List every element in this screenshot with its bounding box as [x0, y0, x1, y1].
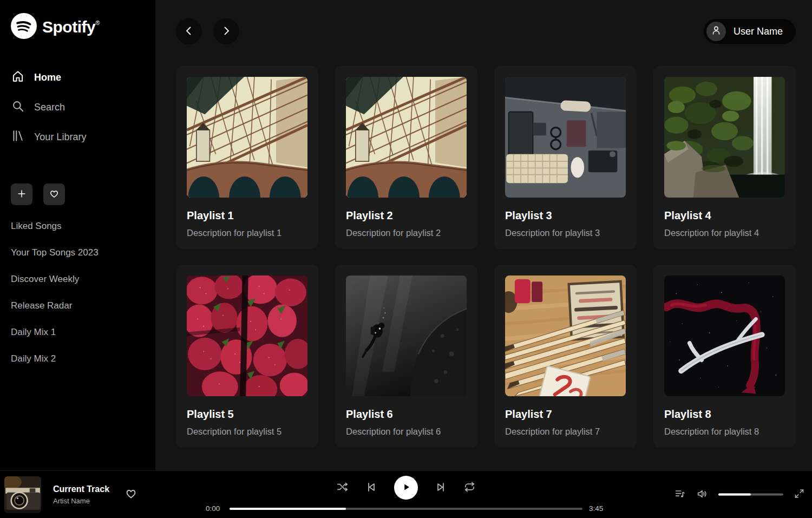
sidebar-item-home[interactable]: Home [11, 63, 147, 93]
heart-icon [125, 487, 137, 502]
previous-track-button[interactable] [365, 481, 378, 495]
sidebar-item-label: Home [34, 72, 61, 83]
playlist-cover-art [187, 276, 307, 396]
current-track-title: Current Track [53, 484, 109, 494]
sidebar-playlist-link[interactable]: Discover Weekly [11, 266, 147, 292]
home-icon [11, 69, 25, 86]
playlist-cover-art [187, 77, 307, 198]
chevron-right-icon [220, 24, 233, 39]
player-right-controls [674, 488, 805, 501]
playlist-description: Description for playlist 5 [187, 427, 307, 437]
user-name: User Name [734, 26, 783, 37]
playlist-description: Description for playlist 7 [505, 427, 626, 437]
shuffle-icon [336, 481, 349, 495]
playlist-description: Description for playlist 2 [346, 228, 467, 238]
fullscreen-button[interactable] [794, 488, 805, 501]
sidebar-item-label: Your Library [34, 132, 86, 143]
repeat-icon [463, 481, 476, 495]
playlist-description: Description for playlist 3 [505, 228, 626, 238]
playlist-grid: Playlist 1 Description for playlist 1 [176, 66, 796, 448]
playlist-title: Playlist 6 [346, 408, 467, 421]
forward-button[interactable] [213, 18, 239, 44]
skip-back-icon [365, 481, 378, 495]
like-track-button[interactable] [125, 487, 137, 502]
library-icon [11, 129, 25, 146]
heart-icon [49, 188, 60, 201]
playlist-title: Playlist 5 [187, 408, 307, 421]
history-navigation [176, 18, 239, 44]
playlist-cover-art [346, 276, 467, 396]
playlist-card-6[interactable]: Playlist 6 Description for playlist 6 [335, 265, 477, 448]
skip-forward-icon [434, 481, 447, 495]
seek-bar[interactable] [230, 508, 582, 510]
sidebar-playlist-link[interactable]: Daily Mix 2 [11, 345, 147, 372]
volume-icon [696, 488, 708, 501]
plus-icon [16, 188, 27, 201]
fullscreen-icon [794, 488, 805, 501]
sidebar-item-your-library[interactable]: Your Library [11, 122, 147, 152]
shuffle-button[interactable] [336, 481, 349, 495]
sidebar-nav: Home Search Your Library [11, 63, 147, 152]
playlist-description: Description for playlist 8 [664, 427, 785, 437]
playlist-title: Playlist 7 [505, 408, 626, 421]
playlist-card-5[interactable]: Playlist 5 Description for playlist 5 [176, 265, 318, 448]
repeat-button[interactable] [463, 481, 476, 495]
avatar [706, 22, 726, 41]
playlist-title: Playlist 3 [505, 209, 626, 222]
liked-songs-button[interactable] [43, 183, 65, 205]
playlist-cover-art [505, 276, 626, 396]
app-window: Spotify® Home Search [0, 0, 812, 470]
sidebar-item-label: Search [34, 102, 65, 113]
play-icon [400, 481, 412, 495]
sidebar-item-search[interactable]: Search [11, 93, 147, 122]
sidebar-playlist-link[interactable]: Release Radar [11, 292, 147, 319]
sidebar-playlist-link[interactable]: Your Top Songs 2023 [11, 239, 147, 266]
user-menu-button[interactable]: User Name [704, 19, 796, 44]
total-duration: 3:45 [589, 504, 606, 513]
playback-controls [336, 476, 476, 500]
sidebar-playlists: Liked Songs Your Top Songs 2023 Discover… [11, 213, 147, 372]
seek-bar-fill [230, 508, 346, 510]
spotify-logo-icon [11, 13, 37, 41]
now-playing-album-art [4, 476, 41, 513]
elapsed-time: 0:00 [206, 504, 223, 513]
chevron-left-icon [182, 24, 195, 39]
spotify-logo: Spotify® [11, 13, 147, 41]
next-track-button[interactable] [434, 481, 447, 495]
playlist-cover-art [346, 77, 467, 198]
playback-controls-section: 0:00 3:45 [206, 476, 606, 513]
playlist-card-1[interactable]: Playlist 1 Description for playlist 1 [176, 66, 318, 249]
playlist-card-3[interactable]: Playlist 3 Description for playlist 3 [494, 66, 637, 249]
back-button[interactable] [176, 18, 202, 44]
playlist-card-7[interactable]: Playlist 7 Description for playlist 7 [494, 265, 637, 448]
playlist-title: Playlist 8 [664, 408, 785, 421]
volume-button[interactable] [696, 488, 708, 501]
sidebar-playlist-link[interactable]: Daily Mix 1 [11, 319, 147, 345]
main-content: User Name [155, 0, 812, 470]
playlist-description: Description for playlist 1 [187, 228, 307, 238]
playlist-card-8[interactable]: Playlist 8 Description for playlist 8 [653, 265, 796, 448]
playlist-card-2[interactable]: Playlist 2 Description for playlist 2 [335, 66, 477, 249]
main-header: User Name [176, 18, 796, 44]
play-button[interactable] [394, 476, 418, 500]
now-playing-info: Current Track Artist Name [4, 476, 137, 513]
track-meta: Current Track Artist Name [53, 484, 109, 505]
queue-button[interactable] [674, 488, 686, 501]
playlist-card-4[interactable]: Playlist 4 Description for playlist 4 [653, 66, 796, 249]
progress-section: 0:00 3:45 [206, 504, 606, 513]
search-icon [11, 99, 25, 116]
current-track-artist: Artist Name [53, 497, 109, 505]
playlist-cover-art [664, 276, 785, 396]
sidebar: Spotify® Home Search [0, 0, 155, 470]
volume-slider[interactable] [718, 494, 783, 496]
playlist-title: Playlist 4 [664, 209, 785, 222]
volume-slider-fill [718, 494, 751, 496]
brand-name: Spotify® [42, 18, 100, 36]
playlist-description: Description for playlist 6 [346, 427, 467, 437]
sidebar-actions [11, 183, 147, 205]
player-bar: Current Track Artist Name [0, 470, 812, 518]
create-playlist-button[interactable] [11, 183, 32, 205]
sidebar-playlist-link[interactable]: Liked Songs [11, 213, 147, 239]
registered-mark: ® [95, 19, 100, 26]
playlist-cover-art [505, 77, 626, 198]
